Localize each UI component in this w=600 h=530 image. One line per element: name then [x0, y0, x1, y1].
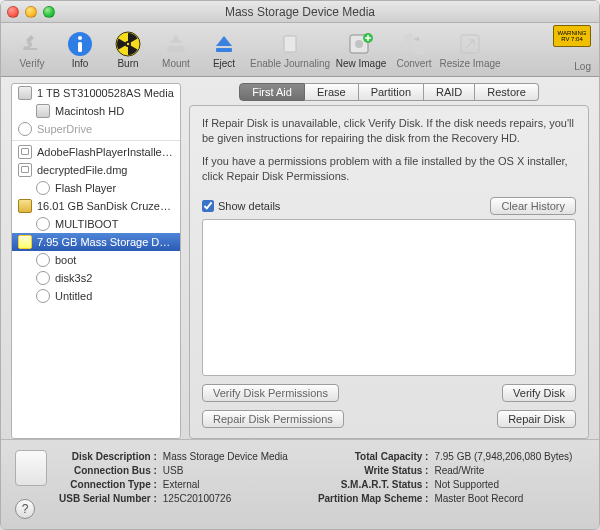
sidebar-item[interactable]: 1 TB ST31000528AS Media [12, 84, 180, 102]
clear-history-button[interactable]: Clear History [490, 197, 576, 215]
verify-disk-button[interactable]: Verify Disk [502, 384, 576, 402]
ext-icon [36, 217, 50, 231]
footer-left: Disk Description :Mass Storage Device Me… [59, 450, 288, 506]
toolbar-label: Verify [19, 58, 44, 69]
svg-rect-2 [78, 42, 82, 52]
sidebar-item-label: boot [55, 254, 76, 266]
convert-button[interactable]: Convert [391, 25, 437, 75]
sidebar-item-label: disk3s2 [55, 272, 92, 284]
tabs: First AidErasePartitionRAIDRestore [189, 83, 589, 101]
sidebar[interactable]: 1 TB ST31000528AS MediaMacintosh HDSuper… [11, 83, 181, 439]
toolbar-label: Resize Image [439, 58, 500, 69]
hdd-y-icon [18, 199, 32, 213]
hint-text: If Repair Disk is unavailable, click Ver… [202, 116, 576, 146]
sidebar-item-label: AdobeFlashPlayerInstalle… [37, 146, 173, 158]
sidebar-item-label: 16.01 GB SanDisk Cruze… [37, 200, 171, 212]
sidebar-item-label: decryptedFile.dmg [37, 164, 128, 176]
sidebar-item-label: Flash Player [55, 182, 116, 194]
dmg-icon [18, 145, 32, 159]
ext-icon [36, 181, 50, 195]
svg-point-1 [78, 36, 82, 40]
disc-icon [18, 122, 32, 136]
log-area[interactable] [202, 219, 576, 376]
tab-erase[interactable]: Erase [305, 83, 359, 101]
svg-point-5 [127, 43, 129, 45]
sidebar-item[interactable]: Macintosh HD [12, 102, 180, 120]
convert-icon [400, 30, 428, 58]
toolbar-label: Info [72, 58, 89, 69]
minimize-button[interactable] [25, 6, 37, 18]
tab-raid[interactable]: RAID [424, 83, 475, 101]
sidebar-item[interactable]: MULTIBOOT [12, 215, 180, 233]
sidebar-item-label: Untitled [55, 290, 92, 302]
sidebar-item-label: 7.95 GB Mass Storage D… [37, 236, 170, 248]
sidebar-item[interactable]: AdobeFlashPlayerInstalle… [12, 143, 180, 161]
mount-button[interactable]: Mount [153, 25, 199, 75]
footer: Disk Description :Mass Storage Device Me… [1, 439, 599, 529]
traffic-lights [7, 6, 55, 18]
toolbar-right: WARNINGRV 7:04 Log [553, 25, 591, 72]
ext-icon [36, 289, 50, 303]
sidebar-item[interactable]: 7.95 GB Mass Storage D… [12, 233, 180, 251]
repair-disk-button[interactable]: Repair Disk [497, 410, 576, 428]
show-details-label: Show details [218, 200, 280, 212]
disk-icon [15, 450, 47, 486]
hdd-icon [18, 86, 32, 100]
warning-badge: WARNINGRV 7:04 [553, 25, 591, 47]
burn-button[interactable]: Burn [105, 25, 151, 75]
mount-icon [162, 30, 190, 58]
content: 1 TB ST31000528AS MediaMacintosh HDSuper… [1, 77, 599, 439]
sidebar-item[interactable]: SuperDrive [12, 120, 180, 138]
verify-disk-permissions-button[interactable]: Verify Disk Permissions [202, 384, 339, 402]
ext-icon [36, 253, 50, 267]
help-button[interactable]: ? [15, 499, 35, 519]
disk-utility-window: Mass Storage Device Media Verify Info Bu… [0, 0, 600, 530]
sidebar-item-label: 1 TB ST31000528AS Media [37, 87, 174, 99]
sidebar-item[interactable]: Flash Player [12, 179, 180, 197]
sidebar-item-label: Macintosh HD [55, 105, 124, 117]
close-button[interactable] [7, 6, 19, 18]
hint-text: If you have a permissions problem with a… [202, 154, 576, 184]
toolbar-label: Convert [396, 58, 431, 69]
info-icon [66, 30, 94, 58]
svg-rect-7 [216, 48, 232, 52]
repair-disk-permissions-button[interactable]: Repair Disk Permissions [202, 410, 344, 428]
sidebar-item[interactable]: boot [12, 251, 180, 269]
window-title: Mass Storage Device Media [1, 5, 599, 19]
toolbar-label: Eject [213, 58, 235, 69]
sidebar-item[interactable]: 16.01 GB SanDisk Cruze… [12, 197, 180, 215]
sidebar-item-label: SuperDrive [37, 123, 92, 135]
zoom-button[interactable] [43, 6, 55, 18]
svg-rect-13 [404, 34, 413, 43]
footer-right: Total Capacity :7.95 GB (7,948,206,080 B… [318, 450, 572, 506]
dmg-icon [18, 163, 32, 177]
svg-rect-9 [284, 36, 296, 52]
sidebar-item[interactable]: decryptedFile.dmg [12, 161, 180, 179]
toolbar-label: New Image [336, 58, 387, 69]
svg-rect-14 [415, 45, 424, 54]
eject-button[interactable]: Eject [201, 25, 247, 75]
verify-button[interactable]: Verify [9, 25, 55, 75]
show-details-checkbox[interactable] [202, 200, 214, 212]
tab-partition[interactable]: Partition [359, 83, 424, 101]
sidebar-item-label: MULTIBOOT [55, 218, 118, 230]
toolbar: Verify Info Burn Mount Eject [1, 23, 599, 77]
log-button[interactable]: Log [553, 61, 591, 72]
sidebar-item[interactable]: Untitled [12, 287, 180, 305]
tab-restore[interactable]: Restore [475, 83, 539, 101]
sidebar-item[interactable]: disk3s2 [12, 269, 180, 287]
svg-point-11 [355, 40, 363, 48]
ext-icon [36, 271, 50, 285]
tab-first-aid[interactable]: First Aid [239, 83, 305, 101]
toolbar-label: Mount [162, 58, 190, 69]
info-button[interactable]: Info [57, 25, 103, 75]
toolbar-label: Enable Journaling [250, 58, 330, 69]
resize-image-button[interactable]: Resize Image [439, 25, 501, 75]
enable-journaling-button[interactable]: Enable Journaling [249, 25, 331, 75]
radiation-icon [114, 30, 142, 58]
resize-icon [456, 30, 484, 58]
new-image-button[interactable]: New Image [333, 25, 389, 75]
first-aid-panel: If Repair Disk is unavailable, click Ver… [189, 105, 589, 439]
main-panel: First AidErasePartitionRAIDRestore If Re… [185, 77, 599, 439]
svg-rect-6 [167, 46, 185, 52]
